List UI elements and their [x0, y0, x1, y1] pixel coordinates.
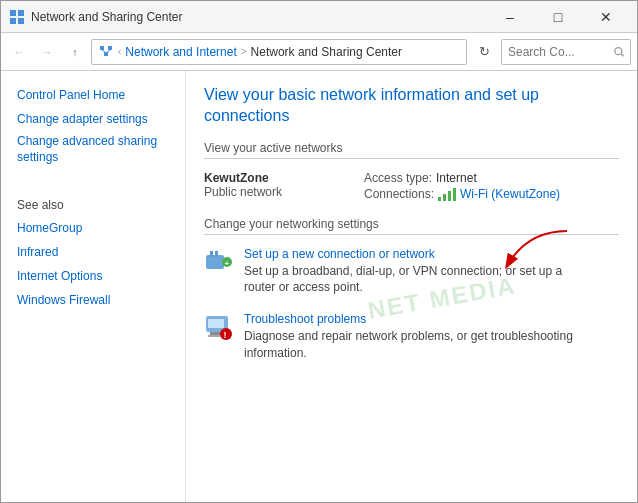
svg-text:+: +: [225, 259, 230, 268]
network-info: KewutZone Public network Access type: In…: [204, 171, 619, 201]
bar-3: [448, 191, 451, 201]
search-box[interactable]: [501, 39, 631, 65]
active-networks-header: View your active networks: [204, 141, 619, 159]
network-name-block: KewutZone Public network: [204, 171, 344, 199]
bar-1: [438, 197, 441, 201]
svg-rect-12: [206, 255, 224, 269]
svg-line-10: [621, 53, 624, 56]
network-type: Public network: [204, 185, 344, 199]
breadcrumb-sep2: >: [241, 46, 247, 57]
troubleshoot-svg-icon: !: [204, 312, 234, 342]
new-connection-item: + Set up a new connection or network Set…: [204, 245, 619, 297]
breadcrumb-sep1: ‹: [118, 46, 121, 57]
search-input[interactable]: [508, 45, 610, 59]
window-controls: – □ ✕: [487, 1, 629, 33]
troubleshoot-item: ! Troubleshoot problems Diagnose and rep…: [204, 310, 619, 362]
network-access: Access type: Internet Connections: Wi-Fi…: [364, 171, 560, 201]
troubleshoot-content: Troubleshoot problems Diagnose and repai…: [244, 310, 584, 362]
wifi-connection-link[interactable]: Wi-Fi (KewutZone): [460, 187, 560, 201]
new-connection-title[interactable]: Set up a new connection or network: [244, 247, 435, 261]
address-box[interactable]: ‹ Network and Internet > Network and Sha…: [91, 39, 467, 65]
connections-row: Connections: Wi-Fi (KewutZone): [364, 187, 560, 201]
minimize-button[interactable]: –: [487, 1, 533, 33]
change-settings-header: Change your networking settings: [204, 217, 619, 235]
forward-button[interactable]: →: [35, 40, 59, 64]
network-icon: [98, 44, 114, 60]
svg-rect-1: [18, 10, 24, 16]
main-container: Control Panel Home Change adapter settin…: [1, 71, 637, 502]
troubleshoot-icon: !: [204, 312, 234, 342]
svg-rect-4: [100, 46, 104, 50]
access-type-label: Access type:: [364, 171, 432, 185]
connections-label: Connections:: [364, 187, 434, 201]
content-area: View your basic network information and …: [186, 71, 637, 502]
main-window: Network and Sharing Center – □ ✕ ← → ↑ ‹…: [0, 0, 638, 503]
sidebar-item-change-adapter[interactable]: Change adapter settings: [1, 107, 185, 131]
breadcrumb-network-internet[interactable]: Network and Internet: [125, 45, 236, 59]
svg-point-9: [614, 47, 621, 54]
back-button[interactable]: ←: [7, 40, 31, 64]
troubleshoot-title[interactable]: Troubleshoot problems: [244, 312, 366, 326]
new-connection-desc: Set up a broadband, dial-up, or VPN conn…: [244, 263, 584, 297]
bar-4: [453, 188, 456, 201]
new-connection-content: Set up a new connection or network Set u…: [244, 245, 584, 297]
breadcrumb: ‹ Network and Internet > Network and Sha…: [98, 44, 402, 60]
sidebar: Control Panel Home Change adapter settin…: [1, 71, 186, 502]
refresh-button[interactable]: ↻: [471, 39, 497, 65]
access-type-value: Internet: [436, 171, 477, 185]
address-bar: ← → ↑ ‹ Network and Internet > Network a…: [1, 33, 637, 71]
svg-rect-5: [108, 46, 112, 50]
svg-rect-13: [210, 251, 213, 257]
new-connection-icon: +: [204, 247, 234, 277]
window-icon: [9, 9, 25, 25]
close-button[interactable]: ✕: [583, 1, 629, 33]
svg-rect-20: [208, 319, 224, 328]
maximize-button[interactable]: □: [535, 1, 581, 33]
sidebar-item-infrared[interactable]: Infrared: [1, 240, 185, 264]
sidebar-item-homegroup[interactable]: HomeGroup: [1, 216, 185, 240]
breadcrumb-current: Network and Sharing Center: [251, 45, 402, 59]
see-also-title: See also: [1, 188, 185, 216]
troubleshoot-desc: Diagnose and repair network problems, or…: [244, 328, 584, 362]
svg-rect-0: [10, 10, 16, 16]
sidebar-item-control-panel-home[interactable]: Control Panel Home: [1, 83, 185, 107]
svg-rect-2: [10, 18, 16, 24]
svg-rect-14: [215, 251, 218, 257]
network-name: KewutZone: [204, 171, 344, 185]
sidebar-item-internet-options[interactable]: Internet Options: [1, 264, 185, 288]
access-type-row: Access type: Internet: [364, 171, 560, 185]
bar-2: [443, 194, 446, 201]
search-icon: [614, 46, 625, 58]
up-button[interactable]: ↑: [63, 40, 87, 64]
sidebar-item-change-advanced[interactable]: Change advanced sharingsettings: [1, 131, 185, 168]
plug-icon: +: [204, 247, 234, 277]
window-title: Network and Sharing Center: [31, 10, 487, 24]
page-title: View your basic network information and …: [204, 85, 619, 127]
svg-text:!: !: [224, 330, 227, 340]
svg-rect-3: [18, 18, 24, 24]
title-bar: Network and Sharing Center – □ ✕: [1, 1, 637, 33]
signal-bars: [438, 187, 456, 201]
sidebar-item-windows-firewall[interactable]: Windows Firewall: [1, 288, 185, 312]
